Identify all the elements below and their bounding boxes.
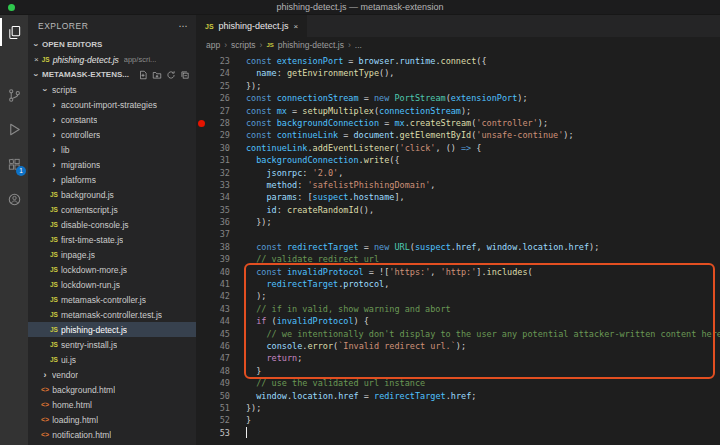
tree-file-home.html[interactable]: <>home.html [28, 397, 196, 412]
breakpoint-gutter[interactable] [196, 253, 206, 265]
new-folder-icon[interactable] [152, 70, 162, 80]
tree-folder-vendor[interactable]: ›vendor [28, 367, 196, 382]
breakpoint-gutter[interactable] [196, 365, 206, 377]
tree-folder-platforms[interactable]: ›platforms [28, 172, 196, 187]
code-line-41[interactable]: 41 redirectTarget.protocol, [196, 278, 720, 290]
code-line-27[interactable]: 27const mx = setupMultiplex(connectionSt… [196, 105, 720, 117]
tree-file-lockdown-more.js[interactable]: JSlockdown-more.js [28, 262, 196, 277]
code-line-23[interactable]: 23const extensionPort = browser.runtime.… [196, 55, 720, 67]
breakpoint-gutter[interactable] [196, 352, 206, 364]
workspace-section[interactable]: › METAMASK-EXTENS... [28, 67, 196, 82]
collapse-all-icon[interactable] [180, 70, 190, 80]
tree-folder-controllers[interactable]: ›controllers [28, 127, 196, 142]
open-editor-phishing-detect[interactable]: × JS phishing-detect.js app/scri... [28, 52, 196, 67]
tree-file-sentry-install.js[interactable]: JSsentry-install.js [28, 337, 196, 352]
code-line-53[interactable]: 53 [196, 427, 720, 439]
tree-folder-scripts[interactable]: ›scripts [28, 82, 196, 97]
breakpoint-gutter[interactable] [196, 191, 206, 203]
tree-file-lockdown-run.js[interactable]: JSlockdown-run.js [28, 277, 196, 292]
breakpoint-gutter[interactable] [196, 266, 206, 278]
tree-file-first-time-state.js[interactable]: JSfirst-time-state.js [28, 232, 196, 247]
chevron-down-icon[interactable]: › [32, 41, 40, 49]
breakpoint-gutter[interactable] [196, 80, 206, 92]
code-line-24[interactable]: 24 name: getEnvironmentType(), [196, 67, 720, 79]
code-line-34[interactable]: 34 params: [suspect.hostname], [196, 191, 720, 203]
chevron-right-icon[interactable]: › [50, 101, 58, 109]
breakpoint-gutter[interactable] [196, 315, 206, 327]
code-line-52[interactable]: 52} [196, 414, 720, 426]
breakpoint-gutter[interactable] [196, 67, 206, 79]
breakpoint-gutter[interactable] [196, 216, 206, 228]
tree-folder-migrations[interactable]: ›migrations [28, 157, 196, 172]
close-icon[interactable]: × [34, 55, 39, 64]
code-line-37[interactable]: 37 [196, 228, 720, 240]
tree-file-notification.html[interactable]: <>notification.html [28, 427, 196, 442]
code-line-42[interactable]: 42 ); [196, 290, 720, 302]
code-line-31[interactable]: 31 backgroundConnection.write({ [196, 154, 720, 166]
code-line-50[interactable]: 50 window.location.href = redirectTarget… [196, 390, 720, 402]
code-line-45[interactable]: 45 // we intentionally don't display to … [196, 328, 720, 340]
chevron-right-icon[interactable]: › [50, 176, 58, 184]
code-line-32[interactable]: 32 jsonrpc: '2.0', [196, 167, 720, 179]
breadcrumb-item[interactable]: phishing-detect.js [278, 40, 344, 50]
chevron-right-icon[interactable]: › [50, 161, 58, 169]
tree-file-loading.html[interactable]: <>loading.html [28, 412, 196, 427]
code-line-40[interactable]: 40 const invalidProtocol = !['https:', '… [196, 266, 720, 278]
breakpoint-gutter[interactable] [196, 402, 206, 414]
breakpoint-gutter[interactable] [196, 414, 206, 426]
breakpoint-gutter[interactable] [196, 328, 206, 340]
tree-file-phishing-detect.js[interactable]: JSphishing-detect.js [28, 322, 196, 337]
chevron-down-icon[interactable]: › [41, 86, 49, 94]
chevron-right-icon[interactable]: › [50, 146, 58, 154]
breakpoint-gutter[interactable] [196, 179, 206, 191]
breakpoint-gutter[interactable] [196, 241, 206, 253]
tree-file-metamask-controller.js[interactable]: JSmetamask-controller.js [28, 292, 196, 307]
tree-file-inpage.js[interactable]: JSinpage.js [28, 247, 196, 262]
extensions-icon[interactable]: 1 [0, 150, 28, 178]
code-line-44[interactable]: 44 if (invalidProtocol) { [196, 315, 720, 327]
source-control-icon[interactable] [0, 81, 28, 109]
code-line-47[interactable]: 47 return; [196, 352, 720, 364]
code-line-48[interactable]: 48 } [196, 365, 720, 377]
code-line-35[interactable]: 35 id: createRandomId(), [196, 204, 720, 216]
breakpoint-gutter[interactable] [196, 390, 206, 402]
code-line-28[interactable]: 28const backgroundConnection = mx.create… [196, 117, 720, 129]
breakpoint-gutter[interactable] [196, 340, 206, 352]
breakpoint-gutter[interactable] [196, 377, 206, 389]
code-line-29[interactable]: 29const continueLink = document.getEleme… [196, 129, 720, 141]
code-line-36[interactable]: 36 }); [196, 216, 720, 228]
tree-file-background.html[interactable]: <>background.html [28, 382, 196, 397]
breakpoint-gutter[interactable] [196, 105, 206, 117]
code-line-33[interactable]: 33 method: 'safelistPhishingDomain', [196, 179, 720, 191]
chevron-right-icon[interactable]: › [41, 371, 49, 379]
breakpoint-gutter[interactable] [196, 129, 206, 141]
chevron-down-icon[interactable]: › [32, 71, 40, 79]
breakpoint-gutter[interactable] [196, 228, 206, 240]
tree-file-contentscript.js[interactable]: JScontentscript.js [28, 202, 196, 217]
code-line-38[interactable]: 38 const redirectTarget = new URL(suspec… [196, 241, 720, 253]
window-traffic-light-green[interactable] [8, 4, 15, 11]
code-line-30[interactable]: 30continueLink.addEventListener('click',… [196, 142, 720, 154]
code-line-49[interactable]: 49 // use the validated url instance [196, 377, 720, 389]
breakpoint-gutter[interactable] [196, 427, 206, 439]
code-line-25[interactable]: 25}); [196, 80, 720, 92]
breakpoint-gutter[interactable] [196, 154, 206, 166]
tree-folder-lib[interactable]: ›lib [28, 142, 196, 157]
code-area[interactable]: 23const extensionPort = browser.runtime.… [196, 53, 720, 445]
close-icon[interactable]: × [294, 22, 299, 31]
more-actions-icon[interactable]: ⋯ [179, 21, 189, 31]
breakpoint-dot[interactable] [196, 117, 206, 129]
breakpoint-gutter[interactable] [196, 290, 206, 302]
run-debug-icon[interactable] [0, 115, 28, 143]
tree-file-metamask-controller.test.js[interactable]: JSmetamask-controller.test.js [28, 307, 196, 322]
breadcrumb-item[interactable]: app [206, 40, 220, 50]
tree-file-ui.js[interactable]: JSui.js [28, 352, 196, 367]
breadcrumb-item[interactable]: ... [355, 40, 362, 50]
tree-folder-constants[interactable]: ›constants [28, 112, 196, 127]
breakpoint-gutter[interactable] [196, 204, 206, 216]
breakpoint-gutter[interactable] [196, 278, 206, 290]
account-icon[interactable] [0, 185, 28, 213]
tree-file-disable-console.js[interactable]: JSdisable-console.js [28, 217, 196, 232]
chevron-right-icon[interactable]: › [50, 131, 58, 139]
code-line-51[interactable]: 51}); [196, 402, 720, 414]
